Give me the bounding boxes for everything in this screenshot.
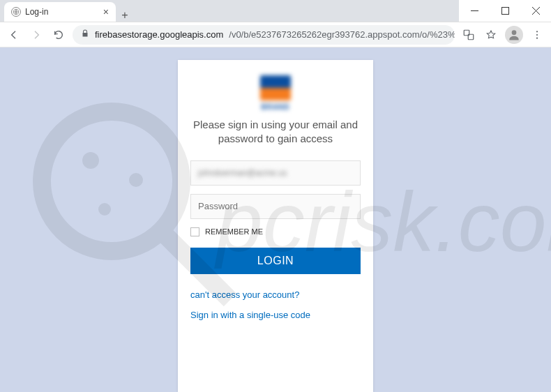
minimize-button[interactable] — [459, 0, 490, 22]
svg-point-5 — [536, 31, 538, 32]
page-viewport: BRAND Please sign in using your email an… — [0, 47, 551, 392]
back-button[interactable] — [6, 27, 22, 43]
close-window-button[interactable] — [520, 0, 551, 22]
logo-icon — [260, 75, 291, 100]
password-input[interactable] — [198, 201, 353, 211]
url-host: firebasestorage.googleapis.com — [95, 29, 223, 40]
translate-icon[interactable] — [460, 27, 477, 43]
reload-button[interactable] — [50, 27, 67, 43]
instruction-text: Please sign in using your email and pass… — [190, 118, 361, 146]
remember-me-row[interactable]: REMEMBER ME — [190, 227, 361, 236]
new-tab-button[interactable]: + — [116, 9, 134, 22]
remember-label: REMEMBER ME — [205, 227, 263, 236]
login-card: BRAND Please sign in using your email an… — [178, 60, 373, 392]
menu-kebab-icon[interactable] — [529, 27, 545, 43]
login-button[interactable]: LOGIN — [190, 248, 361, 274]
logo-text: BRAND — [261, 103, 289, 111]
maximize-button[interactable] — [490, 0, 520, 22]
svg-point-4 — [512, 30, 517, 35]
lock-icon — [81, 29, 89, 40]
tab-title: Log-in — [25, 7, 99, 17]
close-tab-icon[interactable]: × — [103, 6, 109, 17]
bookmark-star-icon[interactable] — [483, 27, 499, 43]
brand-logo: BRAND — [190, 75, 361, 111]
window-titlebar: Log-in × + — [0, 0, 551, 22]
help-links: can't access your account? Sign in with … — [190, 289, 361, 320]
svg-rect-1 — [501, 8, 508, 15]
email-field[interactable]: johndoerman@acme.us — [190, 160, 361, 186]
window-controls — [459, 0, 551, 22]
browser-tab[interactable]: Log-in × — [4, 2, 116, 22]
svg-point-6 — [536, 33, 538, 35]
address-bar[interactable]: firebasestorage.googleapis.com/v0/b/e523… — [73, 25, 455, 45]
tab-strip: Log-in × + — [0, 0, 459, 22]
single-use-code-link[interactable]: Sign in with a single-use code — [190, 310, 361, 320]
svg-point-7 — [536, 37, 538, 38]
forward-button[interactable] — [28, 27, 45, 43]
email-value: johndoerman@acme.us — [198, 168, 287, 178]
profile-avatar[interactable] — [505, 26, 523, 44]
url-path: /v0/b/e5237673265262egr393762.appspot.co… — [229, 29, 455, 40]
remember-checkbox[interactable] — [190, 227, 199, 236]
globe-icon — [11, 7, 21, 17]
cant-access-link[interactable]: can't access your account? — [190, 289, 361, 300]
toolbar: firebasestorage.googleapis.com/v0/b/e523… — [0, 22, 551, 47]
password-field[interactable] — [190, 194, 361, 219]
